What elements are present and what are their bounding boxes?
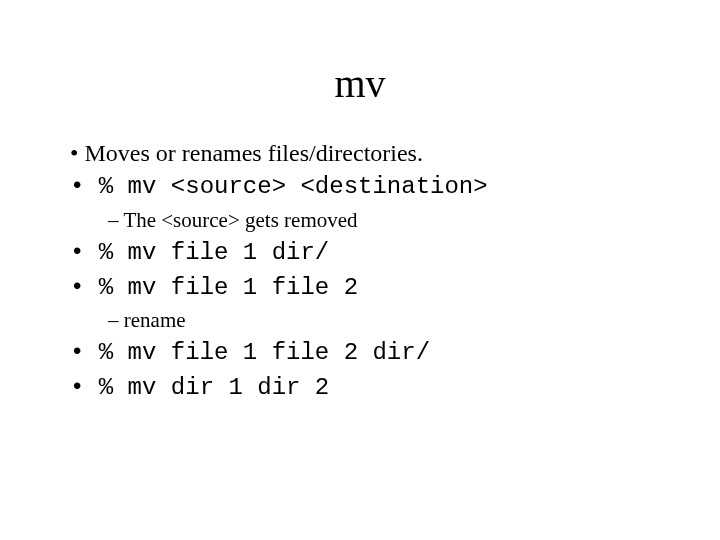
slide: mv Moves or renames files/directories. %… (0, 60, 720, 540)
slide-content: Moves or renames files/directories. % mv… (70, 137, 680, 404)
slide-title: mv (0, 60, 720, 107)
bullet-item: Moves or renames files/directories. (70, 137, 680, 169)
bullet-item: % mv file 1 file 2 dir/ (70, 337, 680, 369)
bullet-item: % mv file 1 file 2 (70, 272, 680, 304)
bullet-item: % mv <source> <destination> (70, 171, 680, 203)
bullet-item: % mv dir 1 dir 2 (70, 372, 680, 404)
bullet-item: % mv file 1 dir/ (70, 237, 680, 269)
bullet-sub-item: rename (108, 306, 680, 335)
bullet-sub-item: The <source> gets removed (108, 206, 680, 235)
